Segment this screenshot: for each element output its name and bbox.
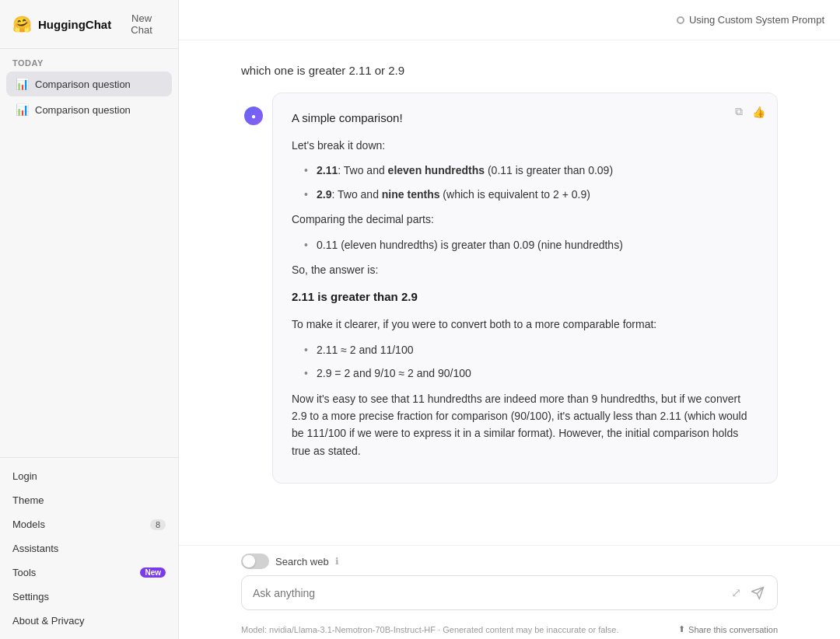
search-web-toggle[interactable] <box>241 553 269 569</box>
new-chat-button[interactable]: New Chat <box>117 11 166 37</box>
bullet-decimal: 0.11 (eleven hundredths) is greater than… <box>304 236 758 253</box>
assistant-bullets1: 2.11: Two and eleven hundredths (0.11 is… <box>292 162 758 203</box>
search-web-row: Search web ℹ <box>241 553 778 569</box>
chart-icon-2: 📊 <box>16 103 29 116</box>
sidebar-item-tools[interactable]: Tools New <box>0 560 178 585</box>
model-info: Model: nvidia/Llama-3.1-Nemotron-70B-Ins… <box>241 625 618 634</box>
input-box: ⤢ <box>241 575 778 610</box>
ask-input[interactable] <box>253 587 723 599</box>
sidebar-item-comparison-1[interactable]: 📊 Comparison question <box>6 72 172 96</box>
system-prompt-indicator: Using Custom System Prompt <box>677 14 824 26</box>
assistant-answer: 2.11 is greater than 2.9 <box>292 288 758 306</box>
copy-button[interactable]: ⧉ <box>733 103 745 120</box>
assistant-para4: To make it clearer, if you were to conve… <box>292 316 758 333</box>
footer-bar: Model: nvidia/Llama-3.1-Nemotron-70B-Ins… <box>179 620 840 639</box>
sidebar-item-theme[interactable]: Theme <box>0 488 178 512</box>
bullet-fraction-211: 2.11 ≈ 2 and 11/100 <box>304 341 758 358</box>
assistant-message: ⧉ 👍 A simple comparison! Let's break it … <box>272 93 778 484</box>
settings-label: Settings <box>12 591 49 602</box>
sidebar-item-assistants[interactable]: Assistants <box>0 536 178 560</box>
bullet-item-211: 2.11: Two and eleven hundredths (0.11 is… <box>304 162 758 179</box>
toggle-knob <box>243 555 255 567</box>
login-label: Login <box>12 470 37 482</box>
assistant-bullets2: 0.11 (eleven hundredths) is greater than… <box>292 236 758 253</box>
sidebar-items: 📊 Comparison question 📊 Comparison quest… <box>0 71 178 123</box>
app-name: HuggingChat <box>38 18 111 31</box>
assistant-intro: A simple comparison! <box>292 109 758 127</box>
theme-label: Theme <box>12 494 44 506</box>
search-web-label: Search web <box>275 556 329 567</box>
assistant-para2: Comparing the decimal parts: <box>292 211 758 228</box>
assistant-bullets3: 2.11 ≈ 2 and 11/100 2.9 = 2 and 9/10 ≈ 2… <box>292 341 758 382</box>
send-button[interactable] <box>749 585 766 602</box>
assistant-para5: Now it's easy to see that 11 hundredths … <box>292 390 758 460</box>
assistant-para1: Let's break it down: <box>292 137 758 154</box>
user-message-text: which one is greater 2.11 or 2.9 <box>241 64 404 77</box>
share-button[interactable]: ⬆ Share this conversation <box>678 624 778 634</box>
indicator-dot <box>677 16 684 24</box>
tools-badge: New <box>140 567 166 578</box>
assistants-label: Assistants <box>12 543 58 554</box>
about-label: About & Privacy <box>12 615 85 627</box>
sidebar-item-about[interactable]: About & Privacy <box>0 609 178 633</box>
user-message: which one is greater 2.11 or 2.9 <box>241 56 778 93</box>
sidebar-item-models[interactable]: Models 8 <box>0 512 178 536</box>
sidebar-section-label: Today <box>0 49 178 71</box>
expand-button[interactable]: ⤢ <box>730 584 743 602</box>
bullet-item-29: 2.9: Two and nine tenths (which is equiv… <box>304 186 758 203</box>
models-badge: 8 <box>150 519 166 530</box>
info-icon[interactable]: ℹ <box>335 556 339 567</box>
app-logo: 🤗 <box>12 15 32 33</box>
main-content: Using Custom System Prompt which one is … <box>179 0 840 639</box>
avatar: ● <box>244 106 263 125</box>
sidebar: 🤗 HuggingChat New Chat Today 📊 Compariso… <box>0 0 179 639</box>
thumbs-up-button[interactable]: 👍 <box>750 103 768 120</box>
sidebar-item-label-2: Comparison question <box>35 104 131 116</box>
sidebar-bottom: Login Theme Models 8 Assistants Tools Ne… <box>0 457 178 639</box>
top-bar: Using Custom System Prompt <box>179 0 840 40</box>
models-label: Models <box>12 519 45 530</box>
share-label: Share this conversation <box>688 625 778 634</box>
send-icon <box>751 586 765 600</box>
message-actions: ⧉ 👍 <box>733 103 768 120</box>
sidebar-header: 🤗 HuggingChat New Chat <box>0 0 178 49</box>
tools-label: Tools <box>12 567 36 578</box>
chat-container: ● ⧉ 👍 A simple comparison! Let's break i… <box>272 93 778 484</box>
system-prompt-label: Using Custom System Prompt <box>689 14 824 26</box>
chat-area: which one is greater 2.11 or 2.9 ● ⧉ 👍 A… <box>179 40 840 545</box>
chart-icon-1: 📊 <box>16 78 29 90</box>
sidebar-item-settings[interactable]: Settings <box>0 585 178 609</box>
input-area: Search web ℹ ⤢ <box>179 545 840 620</box>
sidebar-item-login[interactable]: Login <box>0 464 178 488</box>
upload-icon: ⬆ <box>678 624 685 634</box>
sidebar-item-label-1: Comparison question <box>35 79 131 90</box>
assistant-para3: So, the answer is: <box>292 261 758 278</box>
bullet-fraction-29: 2.9 = 2 and 9/10 ≈ 2 and 90/100 <box>304 365 758 382</box>
sidebar-item-comparison-2[interactable]: 📊 Comparison question <box>6 97 172 122</box>
